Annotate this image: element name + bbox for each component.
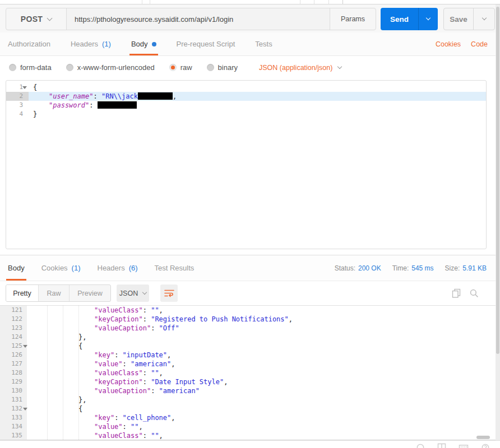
tab-label: Headers: [71, 40, 98, 48]
radio-selected-icon: [169, 64, 177, 71]
copy-icon[interactable]: [452, 288, 461, 298]
code-line: 121"valueClass": "",: [0, 306, 496, 315]
view-label: Raw: [47, 290, 61, 297]
params-label: Params: [341, 15, 365, 23]
line-number-gutter: 124: [0, 333, 27, 342]
params-button[interactable]: Params: [330, 8, 376, 30]
fold-arrow-icon[interactable]: [23, 408, 27, 410]
response-body-viewer[interactable]: 121"valueClass": "",122"keyCaption": "Re…: [0, 305, 496, 440]
time-value: 545 ms: [411, 264, 433, 272]
view-raw[interactable]: Raw: [39, 285, 70, 301]
code-line: 4}: [6, 110, 486, 119]
tab-divider: [142, 0, 142, 4]
mode-x-www-form-urlencoded[interactable]: x-www-form-urlencoded: [66, 63, 155, 72]
help-icon[interactable]: [481, 443, 490, 448]
mode-label: x-www-form-urlencoded: [77, 63, 155, 72]
method-label: POST: [21, 15, 43, 24]
send-options-button[interactable]: [418, 8, 438, 30]
tab-authorization[interactable]: Authorization: [8, 32, 50, 55]
send-label: Send: [390, 15, 409, 24]
tab-tests[interactable]: Tests: [255, 32, 272, 55]
line-number-gutter: 131: [0, 395, 27, 404]
save-label: Save: [450, 15, 467, 24]
search-icon[interactable]: [470, 289, 479, 298]
request-links: Cookies Code: [436, 32, 488, 56]
code-line: 131},: [0, 395, 496, 404]
radio-icon: [207, 64, 214, 71]
redacted-text: [98, 101, 137, 109]
save-button[interactable]: Save: [444, 8, 473, 30]
code-line: 124},: [0, 333, 496, 342]
search-shortcut-icon[interactable]: [416, 443, 425, 448]
tab-label: Tests: [255, 40, 272, 48]
request-tabs: Authorization Headers (1) Body Pre-reque…: [0, 32, 496, 56]
mode-form-data[interactable]: form-data: [9, 63, 52, 72]
chevron-down-icon: [142, 290, 147, 294]
tab-response-body[interactable]: Body: [8, 255, 25, 281]
save-options-button[interactable]: [473, 8, 494, 30]
line-number-gutter: 125: [0, 342, 27, 351]
save-split-button: Save: [443, 8, 495, 30]
request-bar: POST https://pthologyresource.sysaidit.c…: [0, 4, 496, 32]
method-dropdown[interactable]: POST: [6, 8, 67, 30]
code-line: 122"keyCaption": "Registered to Push Not…: [0, 315, 496, 324]
line-number-gutter: 128: [0, 368, 27, 377]
chevron-down-icon: [482, 16, 486, 20]
url-text: https://pthologyresource.sysaidit.com/ap…: [75, 15, 233, 24]
size-badge: Size: 5.91 KB: [445, 264, 487, 272]
view-preview[interactable]: Preview: [70, 285, 110, 301]
tab-label: Body: [131, 40, 148, 48]
two-pane-layout-icon[interactable]: [437, 443, 446, 448]
line-number-gutter: 121: [0, 306, 27, 315]
tab-label: Headers: [98, 264, 125, 272]
request-body-editor[interactable]: 1{2"user_name": "RN\\jack,3"password": 4…: [6, 80, 487, 249]
console-icon[interactable]: [459, 443, 469, 448]
tab-headers[interactable]: Headers (1): [71, 32, 111, 55]
content-type-label: JSON (application/json): [259, 64, 332, 72]
send-button[interactable]: Send: [381, 8, 418, 30]
code-line: 126"key": "inputDate",: [0, 351, 496, 360]
status-badge: Status: 200 OK: [335, 264, 381, 272]
line-number-gutter: 126: [0, 351, 27, 360]
code-link[interactable]: Code: [471, 40, 488, 48]
format-dropdown[interactable]: JSON: [117, 284, 149, 302]
view-pretty[interactable]: Pretty: [6, 285, 39, 301]
code-line: 2"user_name": "RN\\jack,: [6, 92, 486, 101]
time-label: Time:: [392, 264, 409, 272]
response-view-toolbar: Pretty Raw Preview JSON: [0, 281, 496, 305]
mode-label: form-data: [20, 63, 52, 72]
wrap-text-button[interactable]: [160, 284, 178, 302]
tab-label: Cookies: [41, 264, 68, 272]
tab-response-headers[interactable]: Headers (6): [98, 255, 138, 281]
status-value: 200 OK: [358, 264, 381, 272]
mode-raw[interactable]: raw: [169, 63, 192, 72]
code-line: 135"valueClass": "",: [0, 431, 496, 440]
tab-divider: [342, 0, 343, 4]
tab-divider: [150, 0, 150, 4]
fold-arrow-icon[interactable]: [23, 345, 27, 348]
url-input[interactable]: https://pthologyresource.sysaidit.com/ap…: [67, 8, 330, 30]
fold-arrow-icon[interactable]: [22, 86, 27, 89]
line-number-gutter: 135: [0, 431, 27, 440]
line-number-gutter: 123: [0, 324, 27, 333]
code-line: 130"valueCaption": "american": [0, 386, 496, 395]
vertical-scrollbar-thumb[interactable]: [496, 7, 499, 354]
tab-test-results[interactable]: Test Results: [155, 255, 195, 281]
tab-pre-request-script[interactable]: Pre-request Script: [177, 32, 235, 55]
chevron-down-icon: [426, 16, 430, 20]
code-line: 133"key": "cell_phone",: [0, 413, 496, 422]
line-number-gutter: 122: [0, 315, 27, 324]
cookies-link[interactable]: Cookies: [436, 40, 461, 48]
mode-binary[interactable]: binary: [207, 63, 238, 72]
mode-label: raw: [180, 63, 192, 72]
tab-divider: [300, 0, 300, 4]
line-number-gutter: 4: [6, 110, 29, 119]
tab-body[interactable]: Body: [131, 32, 156, 55]
status-label: Status:: [335, 264, 355, 272]
tab-response-cookies[interactable]: Cookies (1): [41, 255, 81, 281]
code-line: 129"keyCaption": "Date Input Style",: [0, 377, 496, 386]
content-type-dropdown[interactable]: JSON (application/json): [259, 64, 341, 72]
line-number-gutter: 129: [0, 377, 27, 386]
size-value: 5.91 KB: [462, 264, 487, 272]
code-line: 132{: [0, 404, 496, 413]
